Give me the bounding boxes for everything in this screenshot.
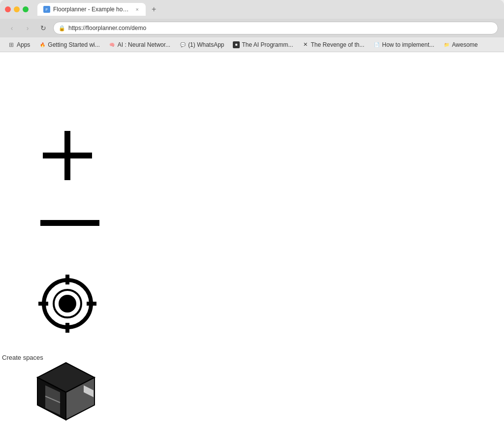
svg-point-4 (59, 295, 76, 313)
svg-rect-2 (40, 220, 99, 226)
tab-close-button[interactable]: × (135, 6, 140, 12)
bookmark-revenge-label: The Revenge of th... (311, 41, 365, 48)
bookmark-ai-neural[interactable]: 🧠 AI : Neural Networ... (105, 40, 174, 50)
new-tab-button[interactable]: + (148, 3, 160, 16)
page-content: Create spaces (0, 52, 504, 439)
ai-programmer-favicon: ■ (233, 41, 240, 48)
lock-icon: 🔒 (59, 25, 65, 31)
close-button[interactable] (5, 6, 11, 12)
bookmark-awesome-label: Awesome (452, 41, 477, 48)
browser-tab[interactable]: F Floorplanner - Example house × (37, 3, 146, 16)
ai-neural-favicon: 🧠 (109, 41, 116, 48)
create-spaces-button[interactable] (31, 357, 102, 430)
svg-rect-7 (65, 323, 69, 333)
forward-button[interactable]: › (22, 22, 33, 34)
bookmarks-bar: ⊞ Apps 🔥 Getting Started wi... 🧠 AI : Ne… (0, 37, 504, 52)
center-view-button[interactable] (37, 274, 97, 336)
zoom-in-button[interactable] (40, 128, 94, 185)
tab-favicon: F (43, 6, 50, 13)
browser-toolbar: ‹ › ↻ 🔒 https://floorplanner.com/demo (0, 19, 504, 37)
how-to-favicon: 📄 (373, 41, 380, 48)
bookmark-getting-started[interactable]: 🔥 Getting Started wi... (35, 40, 103, 50)
getting-started-favicon: 🔥 (39, 41, 46, 48)
whatsapp-favicon: 💬 (179, 41, 186, 48)
bookmark-revenge[interactable]: ✕ The Revenge of th... (298, 40, 369, 50)
bookmark-whatsapp[interactable]: 💬 (1) WhatsApp (175, 40, 228, 50)
url-text: https://floorplanner.com/demo (68, 25, 146, 31)
reload-button[interactable]: ↻ (37, 22, 49, 34)
tab-title: Floorplanner - Example house (53, 6, 132, 13)
svg-rect-9 (87, 302, 96, 306)
minimize-button[interactable] (14, 6, 20, 12)
bookmark-ai-programmer-label: The AI Programm... (242, 41, 293, 48)
bookmark-ai-neural-label: AI : Neural Networ... (118, 41, 170, 48)
maximize-button[interactable] (23, 6, 29, 12)
bookmark-awesome[interactable]: 📁 Awesome (439, 40, 481, 50)
svg-rect-8 (38, 302, 48, 306)
bookmark-apps-label: Apps (17, 41, 30, 48)
apps-favicon: ⊞ (8, 41, 15, 48)
bookmark-how-to-label: How to implement... (382, 41, 434, 48)
revenge-favicon: ✕ (302, 41, 309, 48)
awesome-favicon: 📁 (443, 41, 450, 48)
bookmark-getting-started-label: Getting Started wi... (48, 41, 99, 48)
address-bar[interactable]: 🔒 https://floorplanner.com/demo (53, 22, 498, 34)
zoom-out-button[interactable] (40, 220, 99, 228)
back-button[interactable]: ‹ (6, 22, 18, 34)
bookmark-how-to[interactable]: 📄 How to implement... (369, 40, 438, 50)
bookmark-whatsapp-label: (1) WhatsApp (188, 41, 224, 48)
bookmark-apps[interactable]: ⊞ Apps (4, 40, 34, 50)
svg-rect-1 (43, 153, 92, 158)
bookmark-ai-programmer[interactable]: ■ The AI Programm... (229, 40, 297, 50)
svg-rect-6 (65, 275, 69, 284)
